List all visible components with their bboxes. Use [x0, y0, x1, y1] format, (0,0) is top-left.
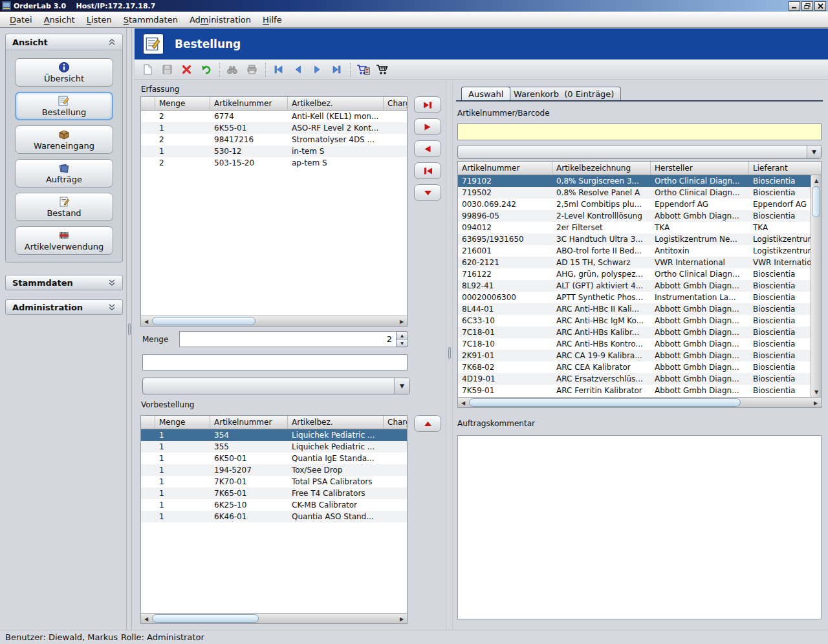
column-header[interactable]: Charge: [384, 416, 408, 429]
table-row[interactable]: 7C18-10ARC Anti-HBs Kontro...Abbott Gmbh…: [458, 338, 821, 350]
close-button[interactable]: [814, 1, 826, 11]
horizontal-scrollbar[interactable]: ◀ ▶: [458, 397, 821, 407]
table-row[interactable]: 1194-5207Tox/See Drop: [141, 464, 407, 476]
table-row[interactable]: 216001ABO-trol forte II Bed...AntitoxinL…: [458, 245, 821, 257]
table-row[interactable]: 99896-052-Level KontrolllösungAbbott Gmb…: [458, 210, 821, 222]
table-row[interactable]: 2K91-01ARC CA 19-9 Kalibra...Abbott Gmbh…: [458, 350, 821, 361]
table-row[interactable]: 2503-15-20ap-tem S: [141, 157, 407, 169]
move-all-to-cart-button[interactable]: [414, 96, 441, 113]
scroll-track[interactable]: [151, 614, 397, 623]
table-row[interactable]: 7C18-01ARC Anti-HBs Kalibr...Abbott Gmbh…: [458, 327, 821, 338]
scroll-right-button[interactable]: ▶: [397, 614, 407, 624]
sidebar-item-bestellung[interactable]: Bestellung: [15, 92, 113, 120]
splitter-grip[interactable]: [448, 347, 451, 359]
order-list-button[interactable]: [355, 62, 371, 78]
column-header[interactable]: Artikelnummer: [458, 162, 552, 175]
menu-item-hilfe[interactable]: Hilfe: [257, 13, 288, 27]
nav-prev-button[interactable]: [290, 62, 305, 78]
table-row[interactable]: 7195020.8% Resolve Panel AOrtho Clinical…: [458, 187, 821, 199]
column-header[interactable]: Lieferant: [749, 162, 822, 175]
vertical-scrollbar[interactable]: ▲ ▼: [811, 175, 821, 397]
table-row[interactable]: 16K55-01ASO-RF Level 2 Kont...: [141, 122, 407, 134]
scroll-left-button[interactable]: ◀: [458, 398, 468, 408]
menu-item-ansicht[interactable]: Ansicht: [38, 13, 81, 27]
table-row[interactable]: 1354Liquichek Pediatric ...: [141, 429, 407, 441]
restore-button[interactable]: [801, 1, 813, 11]
scroll-thumb[interactable]: [469, 398, 741, 407]
scroll-thumb[interactable]: [152, 614, 259, 623]
article-filter-combobox[interactable]: ▼: [457, 145, 822, 159]
minimize-button[interactable]: [789, 1, 800, 11]
table-row[interactable]: 620-2121AD 15 TH, SchwarzVWR Internation…: [458, 257, 821, 268]
collapse-chevron-up-icon[interactable]: [108, 39, 116, 45]
scroll-thumb[interactable]: [152, 317, 256, 325]
delete-button[interactable]: [179, 62, 194, 78]
table-row[interactable]: 16K25-10CK-MB Calibrator: [141, 499, 407, 511]
table-row[interactable]: 17K70-01Total PSA Calibrators: [141, 476, 407, 488]
scroll-right-button[interactable]: ▶: [811, 398, 821, 408]
table-row[interactable]: 8L44-01ARC Anti-HBc II Kali...Abbott Gmb…: [458, 303, 821, 315]
table-row[interactable]: 1530-12in-tem S: [141, 145, 407, 157]
column-header[interactable]: Charge: [384, 97, 408, 110]
undo-button[interactable]: [198, 62, 213, 78]
scroll-left-button[interactable]: ◀: [141, 316, 151, 327]
scroll-track[interactable]: [151, 316, 397, 326]
sidebar-item-uebersicht[interactable]: Übersicht: [15, 58, 113, 87]
column-header[interactable]: Artikelnummer: [210, 416, 288, 429]
table-row[interactable]: 4D19-01ARC Ersatzverschlüs...Abbott Gmbh…: [458, 373, 821, 385]
sidebar-item-wareneingang[interactable]: Wareneingang: [15, 125, 113, 154]
nav-first-button[interactable]: [270, 62, 286, 78]
comment-textarea[interactable]: [457, 435, 822, 619]
column-header[interactable]: Hersteller: [651, 162, 749, 175]
expand-chevron-down-icon[interactable]: [108, 279, 116, 286]
table-row[interactable]: 00020006300APTT Synthetic Phos...Instrum…: [458, 292, 821, 303]
table-row[interactable]: 16K50-01Quantia IgE Standa...: [141, 453, 407, 464]
column-header[interactable]: Menge: [155, 97, 210, 110]
table-row[interactable]: 26774Anti-Kell (KEL1) mon...: [141, 111, 407, 122]
combobox-arrow-button[interactable]: ▼: [807, 145, 821, 158]
article-input[interactable]: [142, 354, 408, 370]
table-row[interactable]: 7191020,8% Surgiscreen 3...Ortho Clinica…: [458, 175, 821, 187]
table-row[interactable]: 8L92-41ALT (GPT) aktiviert 4...Abbott Gm…: [458, 280, 821, 292]
panel-splitter[interactable]: [446, 81, 453, 630]
move-right-button[interactable]: [414, 118, 441, 135]
nav-next-button[interactable]: [309, 62, 325, 78]
menu-item-stammdaten[interactable]: Stammdaten: [118, 13, 184, 27]
scroll-up-button[interactable]: ▲: [811, 175, 822, 186]
column-header[interactable]: Artikelbez.: [288, 416, 384, 429]
group-header-ansicht[interactable]: Ansicht: [6, 34, 122, 50]
scroll-down-button[interactable]: ▼: [811, 387, 822, 397]
article-combobox[interactable]: ▼: [142, 378, 410, 394]
table-row[interactable]: 63695/19316503C Handtuch Ultra 3...Logis…: [458, 233, 821, 245]
scroll-track[interactable]: [811, 186, 821, 387]
cart-button[interactable]: [375, 62, 390, 78]
column-header[interactable]: Artikelbezeichnung: [552, 162, 651, 175]
combobox-arrow-button[interactable]: ▼: [394, 378, 409, 394]
tab-warenkorb[interactable]: Warenkorb (0 Einträge): [507, 87, 621, 100]
splitter-grip[interactable]: [128, 323, 131, 335]
table-row[interactable]: 7K59-01ARC Ferritin KalibratorAbbott Gmb…: [458, 385, 821, 396]
table-row[interactable]: 0030.069.2422,5ml Combitips plu...Eppend…: [458, 199, 821, 210]
horizontal-scrollbar[interactable]: ◀ ▶: [141, 613, 407, 623]
move-up-button[interactable]: [414, 415, 441, 432]
menge-input[interactable]: [179, 331, 397, 347]
group-header-stammdaten[interactable]: Stammdaten: [6, 275, 122, 290]
sidebar-item-artikelverwendung[interactable]: Artikelverwendung: [15, 226, 113, 255]
table-row[interactable]: 6C33-10ARC Anti-HBc IgM Ko...Abbott Gmbh…: [458, 315, 821, 327]
scroll-left-button[interactable]: ◀: [141, 614, 151, 624]
column-header[interactable]: Artikelnummer: [210, 97, 288, 110]
barcode-input[interactable]: [457, 123, 822, 140]
scroll-right-button[interactable]: ▶: [397, 316, 407, 327]
table-row[interactable]: 17K65-01Free T4 Calibrators: [141, 488, 407, 499]
tab-auswahl[interactable]: Auswahl: [461, 87, 510, 100]
spinner-up-button[interactable]: ▲: [397, 331, 408, 339]
move-down-button[interactable]: [414, 184, 441, 201]
horizontal-scrollbar[interactable]: ◀ ▶: [141, 316, 407, 326]
sidebar-splitter[interactable]: [126, 28, 132, 630]
move-left-button[interactable]: [414, 140, 441, 157]
table-row[interactable]: 16K46-01Quantia ASO Stand...: [141, 511, 407, 522]
table-row[interactable]: 716122AHG, grün, polyspez...Ortho Clinic…: [458, 268, 821, 280]
spinner-down-button[interactable]: ▼: [397, 339, 408, 347]
column-header[interactable]: [141, 416, 155, 429]
scroll-thumb[interactable]: [812, 186, 820, 217]
